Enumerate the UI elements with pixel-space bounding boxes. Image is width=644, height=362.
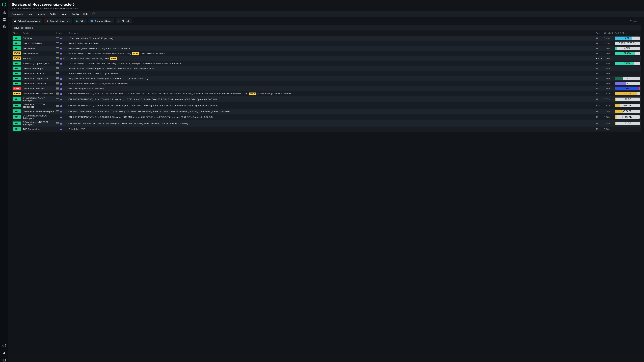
state-badge[interactable]: OK xyxy=(13,97,21,101)
graph-icon[interactable] xyxy=(60,37,62,39)
menu-display[interactable]: Display xyxy=(72,13,79,15)
menu-icon[interactable] xyxy=(56,116,59,118)
dots-icon[interactable] xyxy=(63,57,66,59)
menu-icon[interactable] xyxy=(56,72,59,75)
perfometer[interactable]: 8.62% xyxy=(614,46,641,51)
acknowledge-button[interactable]: Acknowledge problems xyxy=(12,18,42,23)
col-state[interactable]: State xyxy=(12,30,22,36)
perfometer[interactable]: 81.46% xyxy=(614,51,641,56)
perfometer[interactable]: 1.21 GB xyxy=(614,120,641,126)
service-link[interactable]: ORA metprd.MET Tablespace xyxy=(23,92,53,95)
graph-icon[interactable] xyxy=(60,62,62,64)
service-link[interactable]: Filesystem / xyxy=(23,47,35,50)
perfometer[interactable]: 6.50 GB xyxy=(614,102,641,109)
graph-icon[interactable] xyxy=(60,42,62,44)
perfometer[interactable]: 583 xyxy=(614,86,641,91)
menu-host[interactable]: Host xyxy=(28,13,32,15)
graph-icon[interactable] xyxy=(60,116,62,118)
state-badge[interactable]: OK xyxy=(13,127,21,131)
service-link[interactable]: Disk IO SUMMARY xyxy=(23,42,42,44)
state-badge[interactable]: OK xyxy=(13,77,21,80)
perfometer[interactable]: 5 xyxy=(614,76,641,81)
graph-icon[interactable] xyxy=(60,77,62,80)
state-badge[interactable]: OK xyxy=(13,121,21,125)
menu-icon[interactable] xyxy=(56,98,59,100)
graph-icon[interactable] xyxy=(60,92,62,95)
menu-icon[interactable] xyxy=(56,110,59,112)
menu-icon[interactable] xyxy=(56,128,59,130)
state-badge[interactable]: OK xyxy=(13,66,21,70)
menu-icon[interactable] xyxy=(56,57,59,59)
service-link[interactable]: Memory xyxy=(23,57,31,60)
dropdown-icon[interactable] xyxy=(92,12,96,15)
graph-icon[interactable] xyxy=(60,110,62,112)
menu-icon[interactable] xyxy=(56,77,59,80)
graph-icon[interactable] xyxy=(60,87,62,90)
col-perf[interactable]: Perf-O-Meter xyxy=(614,30,641,36)
menu-icon[interactable] xyxy=(56,92,59,95)
breadcrumb[interactable]: Monitor > Overview > All hosts > Service… xyxy=(12,7,641,10)
perfometer[interactable]: 45.74 GB xyxy=(614,109,641,114)
sidebar-toggle-icon[interactable] xyxy=(2,358,6,362)
service-link[interactable]: Filesystem /haclu xyxy=(23,52,40,55)
perfometer[interactable]: 1.34 TB xyxy=(614,91,641,96)
gear-icon[interactable] xyxy=(2,25,6,29)
perfometer[interactable]: 6.22 xyxy=(614,36,641,41)
graph-icon[interactable] xyxy=(60,52,62,54)
state-badge[interactable]: CRIT xyxy=(13,87,21,90)
host-header[interactable]: server-aix-oracle-5 xyxy=(12,25,641,30)
menu-icon[interactable] xyxy=(56,47,59,49)
menu-icon[interactable] xyxy=(56,87,59,90)
service-link[interactable]: ORA metprd.UNDOTBS1 Tablespace xyxy=(23,121,48,126)
state-badge[interactable]: OK xyxy=(13,41,21,45)
service-link[interactable]: ORA metprd Instance xyxy=(23,72,44,75)
menu-help[interactable]: Help xyxy=(83,13,88,15)
menu-icon[interactable] xyxy=(56,104,59,107)
perfometer[interactable] xyxy=(614,56,641,61)
perfometer[interactable]: 0.00 B/s / 0.00 B/s xyxy=(614,41,641,46)
state-badge[interactable]: OK xyxy=(13,82,21,85)
state-badge[interactable]: WARN xyxy=(13,51,21,55)
state-badge[interactable]: OK xyxy=(13,46,21,50)
col-service[interactable]: Service xyxy=(22,30,55,36)
perfometer[interactable] xyxy=(614,66,641,71)
service-link[interactable]: CPU load xyxy=(23,37,32,39)
menu-icon[interactable] xyxy=(56,37,59,39)
state-badge[interactable]: WARN xyxy=(13,92,21,95)
perfometer[interactable]: 75.7% xyxy=(614,61,641,66)
graph-icon[interactable] xyxy=(60,104,62,107)
menu-commands[interactable]: Commands xyxy=(12,13,23,15)
monitor-icon[interactable] xyxy=(2,10,6,14)
menu-icon[interactable] xyxy=(56,62,59,64)
allhosts-button[interactable]: All hosts xyxy=(116,18,132,23)
perfometer[interactable]: 348.62 MB xyxy=(614,114,641,120)
service-link[interactable]: ORA metprd.TEMP Tablespace xyxy=(23,110,54,113)
service-link[interactable]: ORA Version metprd xyxy=(23,67,44,70)
perfometer[interactable]: 59 xyxy=(614,81,641,86)
col-age[interactable]: Age xyxy=(595,30,603,36)
menu-icon[interactable] xyxy=(56,82,59,85)
info-icon[interactable] xyxy=(2,344,6,347)
graph-icon[interactable] xyxy=(60,57,62,59)
downtime-button[interactable]: Schedule downtimes xyxy=(44,18,72,23)
graph-icon[interactable] xyxy=(60,128,62,130)
service-link[interactable]: ORA metprd.TSMVLOG Tablespace xyxy=(23,114,47,119)
menu-add-to[interactable]: Add to xyxy=(50,13,56,15)
perfometer[interactable] xyxy=(614,126,641,132)
service-link[interactable]: ORA metprd.SYSTEM Tablespace xyxy=(23,103,45,108)
state-badge[interactable]: OK xyxy=(13,71,21,75)
service-link[interactable]: ORA metprd Processes xyxy=(23,82,46,85)
state-badge[interactable]: WARN xyxy=(13,56,21,60)
menu-services[interactable]: Services xyxy=(37,13,46,15)
service-link[interactable]: ASM Diskgroup MET_DG xyxy=(23,62,49,65)
user-icon[interactable] xyxy=(2,351,6,355)
graph-icon[interactable] xyxy=(60,122,62,124)
service-link[interactable]: ORA metprd Logswitches xyxy=(23,77,48,80)
menu-icon[interactable] xyxy=(56,42,59,44)
state-badge[interactable]: OK xyxy=(13,104,21,107)
menu-export[interactable]: Export xyxy=(61,13,67,15)
graph-icon[interactable] xyxy=(60,98,62,100)
menu-icon[interactable] xyxy=(56,122,59,124)
menu-icon[interactable] xyxy=(56,67,59,69)
state-badge[interactable]: OK xyxy=(13,115,21,119)
